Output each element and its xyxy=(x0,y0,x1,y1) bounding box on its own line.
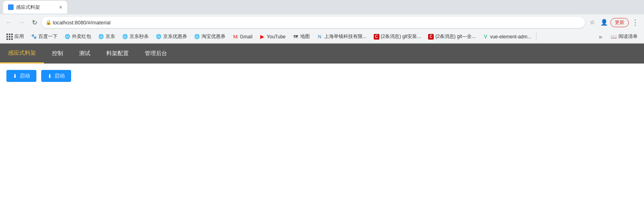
start-label-1: 启动 xyxy=(20,72,30,80)
app-navbar: 感应式料架 控制 测试 料架配置 管理后台 xyxy=(0,44,644,64)
reading-list-icon: 📖 xyxy=(611,34,617,40)
bookmark-map-label: 地图 xyxy=(300,33,310,40)
map-icon: 🗺 xyxy=(293,34,299,40)
gmail-icon: M xyxy=(233,34,238,40)
git1-icon: C xyxy=(374,34,379,40)
start-icon-1: ⬇ xyxy=(13,73,17,79)
bookmark-jdsk-label: 京东秒杀 xyxy=(130,33,149,40)
bookmark-git2[interactable]: C (2条消息) git---全... xyxy=(425,32,479,41)
bookmark-waimai[interactable]: 🌐 外卖红包 xyxy=(62,32,94,41)
bookmark-apps-label: 应用 xyxy=(14,33,24,40)
nav-item-admin-label: 管理后台 xyxy=(145,50,167,57)
bookmark-vue-label: vue-element-adm... xyxy=(490,34,531,40)
git2-icon: C xyxy=(428,34,434,40)
bookmark-jd[interactable]: 🌐 京东 xyxy=(95,32,118,41)
active-tab[interactable]: 🌐 感应式料架 × xyxy=(3,1,67,14)
bookmark-git1[interactable]: C (2条消息) git安装... xyxy=(371,32,425,41)
back-button[interactable]: ← xyxy=(3,17,14,28)
bookmark-youtube[interactable]: ▶ YouTube xyxy=(256,33,289,40)
browser-chrome: 🌐 感应式料架 × ← → ↻ 🔒 ☆ 👤 更新 ⋮ 应用 xyxy=(0,0,644,44)
tab-bar: 🌐 感应式料架 × xyxy=(0,0,644,14)
start-button-2[interactable]: ⬇ 启动 xyxy=(41,70,71,82)
nav-item-control[interactable]: 控制 xyxy=(44,44,71,64)
baidu-icon: 🐾 xyxy=(31,34,37,40)
tab-favicon: 🌐 xyxy=(8,4,14,10)
start-button-1[interactable]: ⬇ 启动 xyxy=(6,70,36,82)
bookmark-jdhq[interactable]: 🌐 京东优惠券 xyxy=(153,32,190,41)
bookmark-taobao-label: 淘宝优惠券 xyxy=(201,33,225,40)
update-button[interactable]: 更新 xyxy=(610,18,629,27)
address-bar-wrap: 🔒 xyxy=(42,17,585,28)
juju-icon: N xyxy=(317,34,323,40)
nav-item-admin[interactable]: 管理后台 xyxy=(137,44,175,64)
bookmark-gmail-label: Gmail xyxy=(240,34,252,40)
jdhq-icon: 🌐 xyxy=(156,34,161,40)
bookmark-map[interactable]: 🗺 地图 xyxy=(290,32,313,41)
profile-button[interactable]: 👤 xyxy=(598,17,610,28)
bookmark-git1-label: (2条消息) git安装... xyxy=(381,33,421,40)
bookmark-waimai-label: 外卖红包 xyxy=(72,33,91,40)
waimai-icon: 🌐 xyxy=(65,34,70,40)
forward-button[interactable]: → xyxy=(16,17,27,28)
nav-item-material-label: 感应式料架 xyxy=(8,50,36,57)
youtube-icon: ▶ xyxy=(259,34,265,40)
nav-item-rack-config[interactable]: 料架配置 xyxy=(98,44,137,64)
bookmark-git2-label: (2条消息) git---全... xyxy=(435,33,476,40)
more-bookmarks-button[interactable]: » xyxy=(595,31,606,42)
bookmark-jdsk[interactable]: 🌐 京东秒杀 xyxy=(119,32,152,41)
bookmark-vue[interactable]: V vue-element-adm... xyxy=(480,33,534,40)
toolbar-icons: ☆ 👤 更新 ⋮ xyxy=(586,17,641,28)
nav-item-control-label: 控制 xyxy=(52,50,63,57)
bookmark-jd-label: 京东 xyxy=(106,33,115,40)
address-input[interactable] xyxy=(42,17,585,28)
bookmark-juju[interactable]: N 上海举镜科技有限... xyxy=(314,32,370,41)
bookmark-jdhq-label: 京东优惠券 xyxy=(163,33,187,40)
tab-title: 感应式料架 xyxy=(16,4,57,11)
start-label-2: 启动 xyxy=(54,72,65,80)
reading-list-button[interactable]: 📖 阅读清单 xyxy=(608,32,641,41)
jdsk-icon: 🌐 xyxy=(122,34,128,40)
taobao-icon: 🌐 xyxy=(194,34,200,40)
bookmark-taobao[interactable]: 🌐 淘宝优惠券 xyxy=(191,32,229,41)
start-icon-2: ⬇ xyxy=(48,73,52,79)
main-content: ⬇ 启动 ⬇ 启动 xyxy=(0,64,644,183)
bookmark-juju-label: 上海举镜科技有限... xyxy=(324,33,367,40)
bookmarks-bar: 应用 🐾 百度一下 🌐 外卖红包 🌐 京东 🌐 京东秒杀 🌐 京东优惠券 🌐 淘… xyxy=(0,30,644,43)
nav-item-test-label: 测试 xyxy=(79,50,90,57)
bookmarks-separator xyxy=(536,33,536,41)
tab-close-button[interactable]: × xyxy=(59,4,62,10)
nav-item-test[interactable]: 测试 xyxy=(71,44,98,64)
reload-button[interactable]: ↻ xyxy=(29,17,40,28)
lock-icon: 🔒 xyxy=(46,20,52,25)
bookmark-gmail[interactable]: M Gmail xyxy=(229,33,255,40)
nav-item-rack-config-label: 料架配置 xyxy=(106,50,129,57)
more-options-button[interactable]: ⋮ xyxy=(630,17,641,28)
bookmark-button[interactable]: ☆ xyxy=(586,17,598,28)
bookmark-baidu-label: 百度一下 xyxy=(38,33,58,40)
reading-list-label: 阅读清单 xyxy=(618,33,638,40)
address-bar-row: ← → ↻ 🔒 ☆ 👤 更新 ⋮ xyxy=(0,14,644,30)
vue-icon: V xyxy=(483,34,488,40)
bookmark-baidu[interactable]: 🐾 百度一下 xyxy=(28,32,61,41)
jd-icon: 🌐 xyxy=(98,34,104,40)
nav-item-material[interactable]: 感应式料架 xyxy=(0,44,44,64)
bookmark-apps[interactable]: 应用 xyxy=(3,32,27,41)
bookmark-youtube-label: YouTube xyxy=(267,34,285,40)
